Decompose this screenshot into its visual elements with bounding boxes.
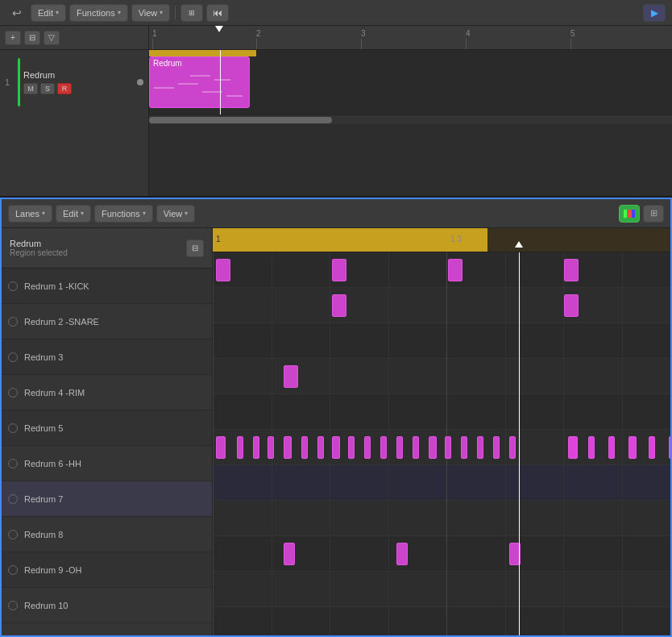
- note-extra-5-3[interactable]: [568, 436, 578, 459]
- note-5-10[interactable]: [380, 436, 387, 459]
- track-header-top: + ⊟ ▽ 1 Redrum M S R: [0, 26, 149, 196]
- grid-v-2: [330, 252, 330, 635]
- ruler-line-5: [570, 39, 571, 49]
- note-extra-5-5[interactable]: [608, 436, 615, 459]
- note-5-18[interactable]: [509, 436, 516, 459]
- note-5-7[interactable]: [332, 436, 340, 459]
- scrollbar-thumb-top[interactable]: [149, 117, 332, 123]
- flex-icon-btn[interactable]: ⊞: [643, 205, 664, 223]
- lane-toggle-0[interactable]: [8, 281, 18, 291]
- note-3-0[interactable]: [284, 365, 298, 388]
- playhead-line-top: [220, 50, 221, 114]
- note-5-13[interactable]: [429, 436, 437, 459]
- note-5-4[interactable]: [284, 436, 292, 459]
- track-buttons: M S R: [23, 83, 134, 94]
- note-0-3[interactable]: [564, 259, 579, 281]
- note-5-2[interactable]: [253, 436, 259, 459]
- functions-chevron-top: ▾: [118, 9, 121, 16]
- lane-bg-4: [213, 394, 670, 430]
- functions-menu-top[interactable]: Functions ▾: [69, 4, 128, 22]
- view-menu-top[interactable]: View ▾: [131, 4, 171, 22]
- track-header-controls: + ⊟ ▽: [0, 26, 148, 50]
- add-track-btn[interactable]: +: [5, 31, 21, 45]
- note-5-17[interactable]: [493, 436, 500, 459]
- lane-toggle-3[interactable]: [8, 388, 18, 398]
- note-5-6[interactable]: [317, 436, 324, 459]
- grid-btn-top[interactable]: ⊞: [180, 4, 203, 22]
- lane-toggle-8[interactable]: [8, 565, 18, 575]
- lane-name-8: Redrum 9 -OH: [24, 565, 82, 575]
- rewind-btn[interactable]: ⏮: [206, 4, 229, 22]
- color-btn[interactable]: [619, 205, 640, 223]
- ruler-mark-4: 4: [466, 29, 471, 38]
- view-chevron-top: ▾: [160, 9, 163, 16]
- lane-toggle-9[interactable]: [8, 601, 18, 610]
- note-0-1[interactable]: [332, 259, 346, 281]
- lane-row-1: Redrum 2 -SNARE: [2, 304, 212, 339]
- lane-toggle-1[interactable]: [8, 317, 18, 327]
- ruler-bottom: 1 1 3: [213, 228, 670, 252]
- region-area[interactable]: Redrum: [149, 50, 672, 114]
- note-extra-5-8[interactable]: [669, 436, 670, 459]
- back-button[interactable]: ↩: [6, 4, 27, 22]
- region-block[interactable]: Redrum: [149, 56, 250, 108]
- note-extra-5-6[interactable]: [628, 436, 637, 459]
- lane-name-7: Redrum 8: [24, 530, 63, 539]
- ruler-line-4: [466, 39, 467, 49]
- note-extra-5-7[interactable]: [649, 436, 655, 459]
- scrollbar-top[interactable]: [149, 114, 672, 124]
- lane-name-9: Redrum 10: [24, 601, 68, 610]
- track-type-btn[interactable]: ⊟: [24, 31, 40, 45]
- lane-row-3: Redrum 4 -RIM: [2, 375, 212, 410]
- piano-roll-btn[interactable]: ⊟: [186, 239, 204, 257]
- grid-v-1: [213, 252, 214, 635]
- note-1-0[interactable]: [332, 294, 346, 317]
- note-5-14[interactable]: [445, 436, 451, 459]
- view-menu-bottom[interactable]: View ▾: [156, 205, 196, 223]
- note-1-1[interactable]: [564, 294, 579, 317]
- note-5-12[interactable]: [413, 436, 419, 459]
- lanes-menu[interactable]: Lanes ▾: [8, 205, 52, 223]
- note-8-0[interactable]: [284, 543, 295, 565]
- lane-toggle-4[interactable]: [8, 423, 18, 433]
- note-5-16[interactable]: [477, 436, 483, 459]
- ruler-mark-3: 3: [361, 29, 366, 38]
- lane-bg-3: [213, 359, 670, 394]
- note-5-0[interactable]: [216, 436, 226, 459]
- ruler-mark-1: 1: [152, 29, 157, 38]
- note-5-3[interactable]: [268, 436, 274, 459]
- note-5-5[interactable]: [301, 436, 308, 459]
- ruler-line-1: [152, 39, 153, 49]
- lane-headers-container: Redrum 1 -KICK Redrum 2 -SNARE Redrum 3 …: [2, 269, 212, 623]
- piano-roll-area[interactable]: 1 1 3: [213, 228, 670, 635]
- note-extra-5-4[interactable]: [588, 436, 595, 459]
- track-header-info: Redrum Region selected ⊟: [2, 228, 212, 269]
- solo-btn[interactable]: S: [40, 83, 55, 94]
- note-8-1[interactable]: [396, 543, 408, 565]
- note-0-2[interactable]: [448, 259, 463, 281]
- track-options-btn[interactable]: ▽: [44, 31, 60, 45]
- lane-row-4: Redrum 5: [2, 410, 212, 446]
- track-header-info-text: Redrum Region selected: [10, 239, 68, 257]
- edit-menu-bottom[interactable]: Edit ▾: [56, 205, 91, 223]
- functions-menu-bottom[interactable]: Functions ▾: [94, 205, 153, 223]
- rec-btn[interactable]: R: [57, 83, 72, 94]
- lane-bg-6: [213, 465, 670, 501]
- note-5-11[interactable]: [396, 436, 403, 459]
- lane-toggle-5[interactable]: [8, 459, 18, 468]
- edit-menu-top[interactable]: Edit ▾: [31, 4, 66, 22]
- lane-toggle-7[interactable]: [8, 530, 18, 539]
- mute-btn[interactable]: M: [23, 83, 38, 94]
- lane-bg-9: [213, 572, 670, 607]
- note-5-9[interactable]: [364, 436, 371, 459]
- edit-chevron-bottom: ▾: [81, 210, 84, 217]
- lane-toggle-6[interactable]: [8, 494, 18, 504]
- note-5-8[interactable]: [348, 436, 355, 459]
- lane-toggle-2[interactable]: [8, 352, 18, 362]
- note-0-0[interactable]: [216, 259, 230, 281]
- track-dot: [137, 79, 143, 85]
- note-5-1[interactable]: [237, 436, 243, 459]
- track-row-top: 1 Redrum M S R: [0, 50, 148, 114]
- play-btn[interactable]: ▶: [643, 4, 666, 22]
- note-5-15[interactable]: [461, 436, 467, 459]
